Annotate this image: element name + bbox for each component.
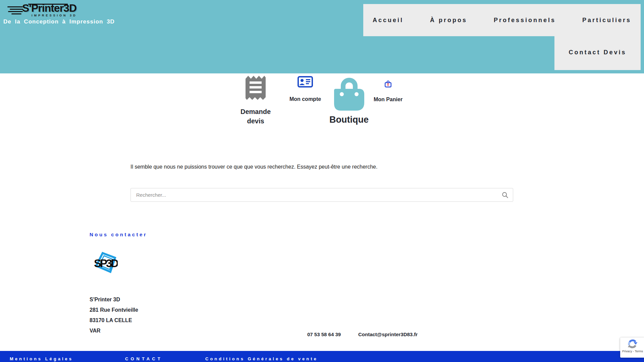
address-block: S'Printer 3D 281 Rue Fontvieille 83170 L… bbox=[90, 294, 138, 336]
logo-overline bbox=[28, 4, 68, 5]
nav-item-contact-devis[interactable]: Contact Devis bbox=[554, 36, 641, 70]
phone-link[interactable]: 07 53 58 64 39 bbox=[307, 331, 341, 337]
not-found-message: Il semble que nous ne puissions trouver … bbox=[130, 164, 377, 170]
site-logo[interactable]: S'Printer3D IMPRESSION 3D bbox=[7, 2, 85, 19]
quicklink-label: Mon compte bbox=[283, 96, 327, 102]
quicklink-boutique[interactable]: Boutique bbox=[328, 75, 370, 125]
address-line: 83170 LA CELLE bbox=[90, 315, 138, 325]
address-line: 281 Rue Fontvieille bbox=[90, 305, 138, 315]
site-tagline: De la Conception à Impression 3D bbox=[3, 18, 115, 25]
recaptcha-icon bbox=[628, 339, 638, 349]
search-input[interactable] bbox=[130, 188, 513, 202]
sp3d-logo-text: SP3D bbox=[94, 257, 118, 269]
search-form bbox=[130, 188, 513, 202]
email-link[interactable]: Contact@sprinter3D83.fr bbox=[358, 331, 418, 337]
company-name: S'Printer 3D bbox=[90, 294, 138, 305]
receipt-icon bbox=[245, 75, 266, 100]
footer-link-mentions-legales[interactable]: Mentions Légales bbox=[10, 356, 73, 361]
nav-item-a-propos[interactable]: À propos bbox=[430, 17, 467, 24]
address-line: VAR bbox=[90, 325, 138, 336]
nav-item-professionnels[interactable]: Professionnels bbox=[494, 17, 556, 24]
recaptcha-privacy-terms: Privacy - Terms bbox=[620, 350, 644, 353]
cart-count-badge: 0 bbox=[387, 83, 389, 86]
quicklink-mon-compte[interactable]: Mon compte bbox=[283, 76, 327, 102]
quicklink-demande-devis[interactable]: Demande devis bbox=[234, 75, 277, 126]
site-header: S'Printer3D IMPRESSION 3D De la Concepti… bbox=[0, 0, 644, 73]
search-button[interactable] bbox=[498, 189, 513, 201]
page: S'Printer3D IMPRESSION 3D De la Concepti… bbox=[0, 0, 644, 362]
footer-link-conditions-generales[interactable]: Conditions Générales de vente bbox=[205, 356, 318, 361]
shopping-bag-icon bbox=[334, 75, 364, 111]
footer-bar: Mentions Légales CONTACT Conditions Géné… bbox=[0, 351, 644, 362]
cart-bag-icon: 0 bbox=[384, 80, 392, 88]
main-nav: Accueil À propos Professionnels Particul… bbox=[363, 4, 641, 36]
id-card-icon bbox=[298, 76, 313, 87]
quicklink-label: Demande devis bbox=[234, 107, 277, 126]
sp3d-footer-logo: SP3D bbox=[94, 251, 118, 275]
nav-item-particuliers[interactable]: Particuliers bbox=[582, 17, 631, 24]
search-icon bbox=[501, 191, 509, 199]
quicklink-label: Boutique bbox=[328, 115, 370, 125]
footer-link-contact[interactable]: CONTACT bbox=[125, 356, 163, 361]
nav-item-accueil[interactable]: Accueil bbox=[373, 17, 404, 24]
quicklink-mon-panier[interactable]: 0 Mon Panier bbox=[366, 80, 411, 103]
recaptcha-badge[interactable]: Privacy - Terms bbox=[620, 338, 644, 358]
logo-subtitle: IMPRESSION 3D bbox=[32, 14, 85, 17]
quicklink-label: Mon Panier bbox=[366, 97, 411, 103]
contact-heading: Nous contacter bbox=[90, 232, 147, 237]
